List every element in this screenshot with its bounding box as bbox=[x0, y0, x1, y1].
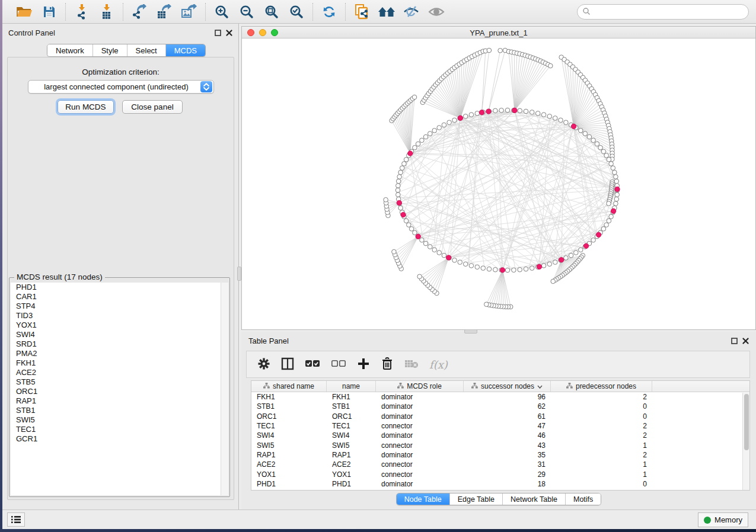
result-node-item[interactable]: PHD1 bbox=[11, 283, 221, 292]
network-node[interactable] bbox=[404, 158, 409, 162]
network-node[interactable] bbox=[469, 113, 474, 117]
network-node[interactable] bbox=[541, 113, 546, 117]
network-node[interactable] bbox=[487, 48, 492, 53]
network-node[interactable] bbox=[396, 193, 401, 197]
optimization-criterion-select[interactable]: largest connected component (undirected) bbox=[28, 80, 214, 94]
network-hub-node[interactable] bbox=[611, 209, 615, 213]
network-node[interactable] bbox=[529, 110, 534, 115]
network-node[interactable] bbox=[398, 170, 403, 175]
network-node[interactable] bbox=[564, 120, 569, 125]
table-tool-add-button[interactable] bbox=[357, 357, 370, 372]
column-header-MCDS-role[interactable]: MCDS role bbox=[376, 381, 464, 392]
table-float-panel-icon[interactable] bbox=[730, 336, 738, 345]
network-node[interactable] bbox=[428, 245, 432, 249]
network-window-titlebar[interactable]: YPA_prune.txt_1 bbox=[242, 27, 755, 39]
network-node[interactable] bbox=[397, 175, 402, 180]
network-node[interactable] bbox=[407, 223, 412, 227]
table-close-panel-icon[interactable] bbox=[741, 336, 749, 345]
table-row[interactable]: STB1STB1dominator620 bbox=[251, 402, 749, 411]
result-node-item[interactable]: PMA2 bbox=[11, 349, 221, 358]
zoom-out-button[interactable] bbox=[235, 2, 258, 21]
network-node[interactable] bbox=[598, 145, 603, 150]
network-node[interactable] bbox=[547, 262, 552, 267]
network-node[interactable] bbox=[396, 179, 401, 184]
tab-style[interactable]: Style bbox=[93, 44, 127, 56]
network-hub-node[interactable] bbox=[479, 110, 484, 115]
horizontal-splitter-handle[interactable] bbox=[464, 329, 477, 334]
table-row[interactable]: PHD1PHD1dominator180 bbox=[251, 479, 749, 489]
result-node-item[interactable]: CAR1 bbox=[11, 292, 221, 302]
network-node[interactable] bbox=[553, 260, 558, 265]
search-input[interactable] bbox=[591, 6, 748, 18]
network-node[interactable] bbox=[615, 193, 620, 197]
network-node[interactable] bbox=[591, 138, 596, 143]
zoom-in-button[interactable] bbox=[210, 2, 233, 21]
network-hub-node[interactable] bbox=[559, 257, 564, 262]
network-node[interactable] bbox=[613, 170, 617, 175]
network-node[interactable] bbox=[607, 158, 611, 162]
network-node[interactable] bbox=[607, 201, 611, 206]
network-node[interactable] bbox=[499, 108, 504, 113]
network-node[interactable] bbox=[452, 118, 457, 123]
table-scrollbar[interactable] bbox=[742, 393, 749, 490]
network-node[interactable] bbox=[524, 109, 528, 114]
network-node[interactable] bbox=[395, 188, 400, 193]
network-node[interactable] bbox=[432, 129, 437, 133]
network-node[interactable] bbox=[607, 219, 611, 223]
network-node[interactable] bbox=[551, 279, 556, 284]
network-node[interactable] bbox=[442, 123, 446, 127]
tab-network-table[interactable]: Network Table bbox=[503, 493, 566, 505]
tab-network[interactable]: Network bbox=[47, 44, 93, 56]
zoom-selected-button[interactable] bbox=[285, 2, 308, 21]
result-node-item[interactable]: GCR1 bbox=[11, 434, 221, 444]
network-node[interactable] bbox=[541, 264, 546, 268]
network-node[interactable] bbox=[614, 175, 618, 180]
table-row[interactable]: FKH1FKH1dominator962 bbox=[251, 392, 749, 402]
network-node[interactable] bbox=[505, 268, 510, 273]
network-node[interactable] bbox=[437, 126, 442, 130]
result-node-item[interactable]: SWI5 bbox=[11, 415, 221, 425]
network-hub-node[interactable] bbox=[583, 243, 588, 248]
table-row[interactable]: YOX1YOX1connector291 bbox=[251, 469, 749, 479]
tab-edge-table[interactable]: Edge Table bbox=[450, 493, 503, 505]
network-node[interactable] bbox=[402, 162, 407, 166]
network-node[interactable] bbox=[553, 116, 558, 121]
network-node[interactable] bbox=[475, 111, 480, 116]
network-node[interactable] bbox=[404, 219, 409, 223]
network-node[interactable] bbox=[484, 302, 489, 307]
network-hub-node[interactable] bbox=[571, 124, 576, 129]
network-node[interactable] bbox=[583, 132, 588, 136]
network-node[interactable] bbox=[524, 267, 528, 271]
save-session-button[interactable] bbox=[38, 2, 60, 21]
network-node[interactable] bbox=[587, 134, 592, 139]
network-node[interactable] bbox=[609, 162, 614, 166]
result-node-item[interactable]: TID3 bbox=[11, 311, 221, 321]
tab-motifs[interactable]: Motifs bbox=[566, 493, 601, 505]
tab-mcds[interactable]: MCDS bbox=[166, 44, 205, 56]
network-node[interactable] bbox=[579, 129, 583, 133]
network-node[interactable] bbox=[614, 197, 619, 201]
result-node-item[interactable]: SRD1 bbox=[11, 339, 221, 349]
result-node-item[interactable]: RAP1 bbox=[11, 396, 221, 406]
result-node-item[interactable]: STB5 bbox=[11, 377, 221, 387]
network-node[interactable] bbox=[417, 274, 422, 279]
network-node[interactable] bbox=[423, 134, 428, 139]
automation-panel-button[interactable] bbox=[7, 512, 25, 527]
network-node[interactable] bbox=[493, 108, 498, 113]
network-node[interactable] bbox=[416, 142, 420, 146]
network-node[interactable] bbox=[505, 108, 510, 113]
network-node[interactable] bbox=[591, 238, 596, 242]
refresh-layout-button[interactable] bbox=[318, 2, 340, 21]
network-node[interactable] bbox=[413, 230, 417, 235]
vertical-splitter-handle[interactable] bbox=[237, 267, 241, 281]
table-row[interactable]: SWI4SWI4dominator462 bbox=[251, 431, 749, 440]
column-header-successor-nodes[interactable]: successor nodes bbox=[464, 381, 551, 392]
network-node[interactable] bbox=[595, 142, 599, 146]
network-node[interactable] bbox=[487, 267, 492, 271]
table-row[interactable]: RAP1RAP1dominator352 bbox=[251, 450, 749, 460]
table-row[interactable]: ACE2ACE2connector311 bbox=[251, 460, 749, 469]
network-node[interactable] bbox=[398, 206, 403, 210]
network-node[interactable] bbox=[548, 63, 553, 68]
table-tool-deselect-all-button[interactable] bbox=[331, 357, 346, 372]
network-node[interactable] bbox=[574, 251, 579, 255]
